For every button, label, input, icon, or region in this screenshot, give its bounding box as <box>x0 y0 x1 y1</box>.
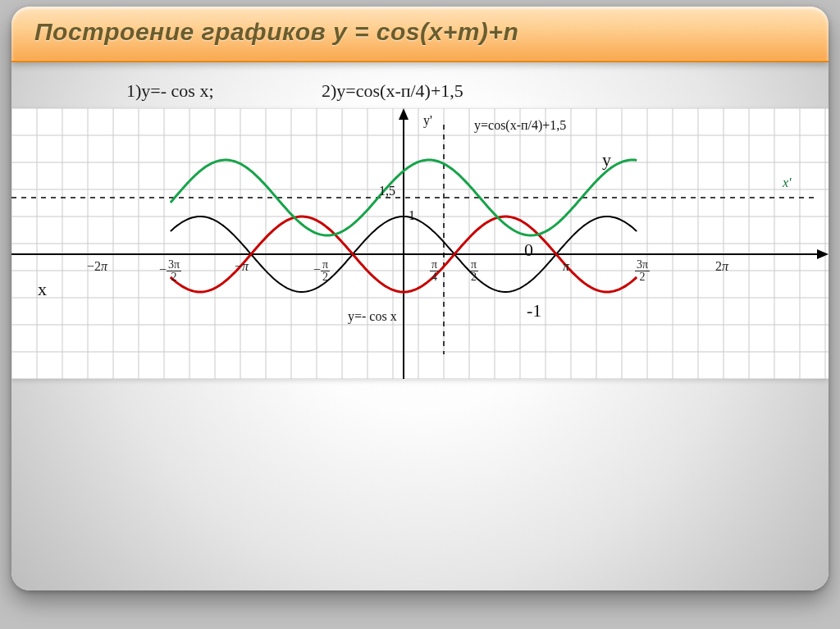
tick--2pi: −2π <box>87 259 107 274</box>
tick-1-5: 1,5 <box>379 184 395 198</box>
tick--pi: −π <box>235 259 249 274</box>
axis-xprime: x' <box>783 175 792 190</box>
tick-2pi: 2π <box>715 259 728 274</box>
tick-minus1: -1 <box>527 300 541 321</box>
tick--pi2: −π2 <box>313 259 330 283</box>
tick-pi: π <box>563 259 569 274</box>
x-axis-arrow <box>817 249 829 259</box>
axis-y-overlay: y <box>602 149 611 171</box>
annotation-red: y=- cos x <box>348 309 397 324</box>
slide-title: Построение графиков y = cos(x+m)+n <box>11 7 829 46</box>
tick-pi2: π2 <box>469 259 478 283</box>
grid-lines <box>11 108 829 379</box>
formula-1: 1)y=- cos x; <box>126 80 214 102</box>
tick-pi4: π4 <box>430 259 439 283</box>
axis-x-overlay: x <box>38 279 47 300</box>
tick-1: 1 <box>409 208 415 223</box>
y-axis-arrow <box>399 108 409 120</box>
title-bar: Построение графиков y = cos(x+m)+n <box>11 7 829 62</box>
axis-yprime: y' <box>423 113 432 128</box>
tick-zero: 0 <box>524 239 533 261</box>
formula-2: 2)y=сos(x-п/4)+1,5 <box>322 80 463 102</box>
chart-panel: y=cos(x-п/4)+1,5 y x' y' 0 x -1 y=- cos … <box>11 108 829 379</box>
tick-3pi2: 3π2 <box>635 259 650 283</box>
annotation-green: y=cos(x-п/4)+1,5 <box>474 118 566 133</box>
tick--3pi2: −3π2 <box>159 259 181 283</box>
cosine-chart <box>11 108 829 379</box>
